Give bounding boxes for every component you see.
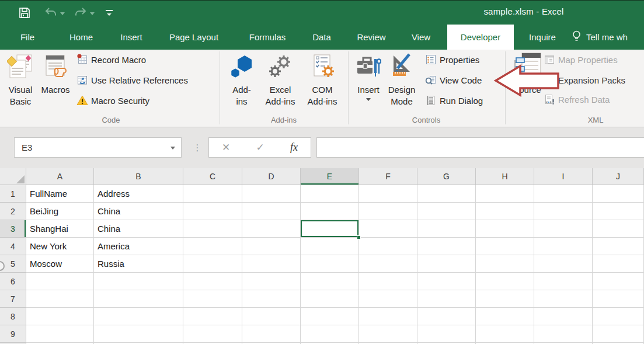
cell-H4[interactable]	[476, 238, 534, 255]
redo-dropdown-icon[interactable]	[90, 12, 95, 15]
insert-dropdown-icon[interactable]	[366, 98, 371, 101]
cell-E8[interactable]	[301, 308, 359, 325]
excel-add-ins-button[interactable]: Excel Add-ins	[262, 52, 299, 115]
column-header-J[interactable]: J	[593, 168, 644, 185]
cell-I3[interactable]	[534, 220, 593, 238]
cell-H3[interactable]	[476, 220, 534, 238]
cell-D2[interactable]	[242, 203, 301, 220]
cell-H7[interactable]	[476, 290, 534, 308]
com-add-ins-button[interactable]: COM Add-ins	[302, 52, 342, 115]
cell-F7[interactable]	[359, 290, 417, 308]
cell-A8[interactable]	[26, 308, 94, 325]
cell-J9[interactable]	[593, 325, 644, 343]
cell-F4[interactable]	[359, 238, 417, 255]
select-all-corner[interactable]	[0, 168, 26, 185]
tab-home[interactable]: Home	[61, 25, 102, 50]
row-header-7[interactable]: 7	[0, 290, 26, 308]
cell-G4[interactable]	[417, 238, 476, 255]
column-header-F[interactable]: F	[359, 168, 417, 185]
cell-D1[interactable]	[242, 185, 301, 203]
formula-bar-resize-handle[interactable]: ⋮	[193, 137, 201, 158]
customize-quick-access-button[interactable]	[103, 5, 116, 21]
name-box[interactable]: E3	[14, 137, 182, 158]
cell-B9[interactable]	[94, 325, 183, 343]
cell-J5[interactable]	[593, 255, 644, 273]
cell-B1[interactable]: Address	[94, 185, 183, 203]
tab-formulas[interactable]: Formulas	[241, 25, 294, 50]
cancel-button[interactable]: ✕	[222, 141, 230, 154]
cell-E7[interactable]	[301, 290, 359, 308]
column-header-E[interactable]: E	[301, 168, 359, 185]
cell-G5[interactable]	[417, 255, 476, 273]
cell-J4[interactable]	[593, 238, 644, 255]
name-box-dropdown-icon[interactable]	[170, 147, 175, 150]
cell-H8[interactable]	[476, 308, 534, 325]
cell-E1[interactable]	[301, 185, 359, 203]
cell-C5[interactable]	[183, 255, 242, 273]
fill-handle[interactable]	[357, 235, 361, 239]
column-header-B[interactable]: B	[94, 168, 183, 185]
cell-I7[interactable]	[534, 290, 593, 308]
cell-B2[interactable]: China	[94, 203, 183, 220]
tab-inquire[interactable]: Inquire	[518, 25, 566, 50]
cell-F5[interactable]	[359, 255, 417, 273]
tab-review[interactable]: Review	[349, 25, 394, 50]
cell-D9[interactable]	[242, 325, 301, 343]
column-header-H[interactable]: H	[476, 168, 534, 185]
cell-B7[interactable]	[94, 290, 183, 308]
row-header-6[interactable]: 6	[0, 273, 26, 290]
cell-F9[interactable]	[359, 325, 417, 343]
cell-F8[interactable]	[359, 308, 417, 325]
cell-J1[interactable]	[593, 185, 644, 203]
column-header-G[interactable]: G	[417, 168, 476, 185]
properties-button[interactable]: Properties	[425, 52, 479, 67]
column-header-I[interactable]: I	[534, 168, 593, 185]
cell-D7[interactable]	[242, 290, 301, 308]
cell-D5[interactable]	[242, 255, 301, 273]
cell-A3[interactable]: ShangHai	[26, 220, 94, 238]
visual-basic-button[interactable]: Visual Basic	[4, 52, 37, 115]
cell-C1[interactable]	[183, 185, 242, 203]
cell-A5[interactable]: Moscow	[26, 255, 94, 273]
row-header-4[interactable]: 4	[0, 238, 26, 255]
cell-A2[interactable]: BeiJing	[26, 203, 94, 220]
run-dialog-button[interactable]: Run Dialog	[425, 93, 483, 108]
design-mode-button[interactable]: Design Mode	[384, 52, 419, 115]
cell-E9[interactable]	[301, 325, 359, 343]
cell-D3[interactable]	[242, 220, 301, 238]
cell-J7[interactable]	[593, 290, 644, 308]
cell-I1[interactable]	[534, 185, 593, 203]
record-macro-button[interactable]: Record Macro	[76, 52, 146, 67]
cell-C6[interactable]	[183, 273, 242, 290]
cell-H6[interactable]	[476, 273, 534, 290]
cell-C2[interactable]	[183, 203, 242, 220]
cell-E5[interactable]	[301, 255, 359, 273]
cell-A7[interactable]	[26, 290, 94, 308]
tab-file[interactable]: File	[11, 25, 44, 50]
cell-I9[interactable]	[534, 325, 593, 343]
cell-G8[interactable]	[417, 308, 476, 325]
column-header-D[interactable]: D	[242, 168, 301, 185]
cell-H1[interactable]	[476, 185, 534, 203]
tab-developer[interactable]: Developer	[447, 25, 514, 50]
cell-E4[interactable]	[301, 238, 359, 255]
cell-J8[interactable]	[593, 308, 644, 325]
macros-button[interactable]: Macros	[37, 52, 74, 115]
cell-B8[interactable]	[94, 308, 183, 325]
column-header-A[interactable]: A	[26, 168, 94, 185]
cell-A1[interactable]: FullName	[26, 185, 94, 203]
cell-G2[interactable]	[417, 203, 476, 220]
cell-G6[interactable]	[417, 273, 476, 290]
cell-B5[interactable]: Russia	[94, 255, 183, 273]
cell-H9[interactable]	[476, 325, 534, 343]
cell-J2[interactable]	[593, 203, 644, 220]
cell-A6[interactable]	[26, 273, 94, 290]
cell-C7[interactable]	[183, 290, 242, 308]
row-header-1[interactable]: 1	[0, 185, 26, 203]
cell-J6[interactable]	[593, 273, 644, 290]
cell-F3[interactable]	[359, 220, 417, 238]
undo-dropdown-icon[interactable]	[60, 12, 65, 15]
cell-F1[interactable]	[359, 185, 417, 203]
cell-A4[interactable]: New York	[26, 238, 94, 255]
cell-B6[interactable]	[94, 273, 183, 290]
